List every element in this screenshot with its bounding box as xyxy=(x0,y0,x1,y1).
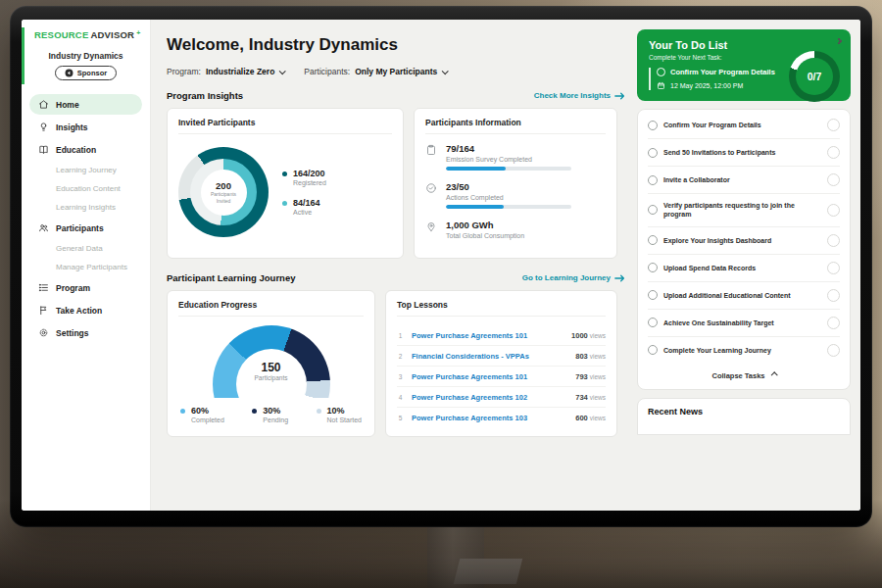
task-row[interactable]: Upload Additional Educational Content xyxy=(648,282,840,310)
info-value: 79/164 xyxy=(446,143,571,154)
task-open-button[interactable] xyxy=(827,173,840,186)
task-row[interactable]: Explore Your Insights Dashboard xyxy=(648,227,840,255)
participants-select[interactable]: Participants: Only My Participants xyxy=(304,67,447,76)
lesson-views: 793views xyxy=(575,372,606,381)
gauge-legend: 60% Completed 30% Pending xyxy=(178,406,364,423)
task-row[interactable]: Complete Your Learning Journey xyxy=(648,337,840,364)
todo-due-label: 12 May 2025, 12:00 PM xyxy=(670,82,743,89)
legend-value: 164/200 xyxy=(293,169,326,178)
donut-center-value: 200 xyxy=(216,180,231,191)
lesson-rank: 2 xyxy=(397,353,404,360)
sidebar-item-program[interactable]: Program xyxy=(29,277,142,298)
right-column: Your To Do List Complete Your Next Task:… xyxy=(637,29,851,435)
task-open-button[interactable] xyxy=(827,289,840,302)
task-checkbox[interactable] xyxy=(648,205,658,215)
legend-value: 30% xyxy=(263,406,288,416)
sidebar-accent-bar xyxy=(22,27,24,84)
task-row[interactable]: Upload Spend Data Records xyxy=(648,255,840,282)
sidebar-item-general-data[interactable]: General Data xyxy=(29,239,142,258)
lesson-link[interactable]: Financial Considerations - VPPAs xyxy=(412,352,567,361)
task-checkbox[interactable] xyxy=(648,121,658,130)
task-checkbox[interactable] xyxy=(648,235,658,245)
task-checkbox[interactable] xyxy=(657,68,665,76)
lesson-link[interactable]: Power Purchase Agreements 101 xyxy=(412,372,567,381)
lesson-link[interactable]: Power Purchase Agreements 101 xyxy=(412,331,564,340)
lesson-views: 600views xyxy=(575,414,606,422)
sidebar-item-take-action[interactable]: Take Action xyxy=(29,300,142,320)
sidebar-item-insights[interactable]: Insights xyxy=(29,117,142,137)
invited-participants-donut: 200 Participants Invited xyxy=(178,147,269,237)
chevron-up-icon xyxy=(770,371,777,378)
task-open-button[interactable] xyxy=(827,234,840,247)
legend-item: 30% Pending xyxy=(252,406,288,423)
sidebar-item-label: Insights xyxy=(56,122,88,132)
task-open-button[interactable] xyxy=(827,119,840,131)
sidebar-item-education[interactable]: Education xyxy=(29,139,142,160)
info-value: 1,000 GWh xyxy=(446,220,524,230)
sidebar-subitem-label: Education Content xyxy=(56,184,121,193)
task-checkbox[interactable] xyxy=(648,263,658,272)
task-checkbox[interactable] xyxy=(648,148,658,158)
task-checkbox[interactable] xyxy=(648,290,658,300)
task-checkbox[interactable] xyxy=(648,318,658,327)
check-more-insights-link[interactable]: Check More Insights xyxy=(534,91,625,100)
task-open-button[interactable] xyxy=(827,204,840,217)
learning-journey-cards: Education Progress 150 Participants xyxy=(167,290,617,437)
sidebar-item-learning-journey[interactable]: Learning Journey xyxy=(29,161,142,179)
monitor-bezel: RESOURCE ADVISOR + Industry Dynamics Spo… xyxy=(10,6,872,527)
task-checkbox[interactable] xyxy=(648,345,658,355)
lesson-rank: 3 xyxy=(397,373,404,380)
lesson-rank: 5 xyxy=(397,415,404,421)
task-label: Invite a Collaborator xyxy=(663,175,795,184)
sidebar-item-home[interactable]: Home xyxy=(29,94,142,115)
sidebar-item-manage-participants[interactable]: Manage Participants xyxy=(29,258,142,276)
lesson-views: 1000views xyxy=(571,331,606,340)
book-icon xyxy=(38,144,49,155)
legend-dot-registered xyxy=(282,172,287,176)
task-row[interactable]: Verify participants requesting to join t… xyxy=(648,194,840,227)
task-row[interactable]: Send 50 Invitations to Participants xyxy=(648,139,840,167)
task-open-button[interactable] xyxy=(827,262,840,274)
target-check-icon xyxy=(425,182,437,194)
sidebar-nav: Home Insights Education Learning Journey xyxy=(29,93,142,344)
gauge-center-label: Participants xyxy=(213,374,330,381)
sidebar-subitem-label: General Data xyxy=(56,244,103,253)
legend-item: 60% Completed xyxy=(180,406,224,423)
logo-resource: RESOURCE xyxy=(34,29,88,40)
participants-value: Only My Participants xyxy=(355,67,437,76)
task-row[interactable]: Invite a Collaborator xyxy=(648,167,840,194)
program-label: Program: xyxy=(167,67,201,76)
sidebar-item-learning-insights[interactable]: Learning Insights xyxy=(29,198,142,217)
lesson-row: 1 Power Purchase Agreements 101 1000view… xyxy=(397,325,606,346)
screen: RESOURCE ADVISOR + Industry Dynamics Spo… xyxy=(22,20,860,511)
flag-icon xyxy=(38,305,49,316)
background: RESOURCE ADVISOR + Industry Dynamics Spo… xyxy=(0,0,882,588)
sidebar: RESOURCE ADVISOR + Industry Dynamics Spo… xyxy=(22,20,151,511)
todo-title: Your To Do List xyxy=(649,39,839,51)
task-row[interactable]: Achieve One Sustainability Target xyxy=(648,310,840,337)
task-open-button[interactable] xyxy=(827,344,840,357)
sidebar-item-education-content[interactable]: Education Content xyxy=(29,179,142,198)
legend-label: Pending xyxy=(263,416,288,423)
calendar-icon xyxy=(657,81,665,90)
lightbulb-icon xyxy=(38,122,49,132)
sidebar-item-participants[interactable]: Participants xyxy=(29,218,142,238)
app-logo: RESOURCE ADVISOR + xyxy=(29,29,142,40)
task-open-button[interactable] xyxy=(827,146,840,159)
filters-bar: Program: Industrialize Zero Participants… xyxy=(167,67,627,76)
sidebar-subitem-label: Manage Participants xyxy=(56,263,127,271)
task-open-button[interactable] xyxy=(827,317,840,329)
legend-dot-pending xyxy=(252,409,257,414)
program-select[interactable]: Program: Industrialize Zero xyxy=(167,67,284,76)
arrow-right-icon xyxy=(614,92,625,100)
go-to-learning-journey-link[interactable]: Go to Learning Journey xyxy=(522,273,625,282)
task-checkbox[interactable] xyxy=(648,175,658,185)
sidebar-item-settings[interactable]: Settings xyxy=(29,322,142,343)
lesson-link[interactable]: Power Purchase Agreements 103 xyxy=(412,414,567,422)
collapse-tasks-button[interactable]: Collapse Tasks xyxy=(648,364,840,387)
lesson-link[interactable]: Power Purchase Agreements 102 xyxy=(412,393,567,402)
tasks-card: Confirm Your Program Details Send 50 Inv… xyxy=(637,109,851,390)
task-row[interactable]: Confirm Your Program Details xyxy=(648,112,840,139)
sidebar-subitem-label: Learning Insights xyxy=(56,203,116,212)
lesson-row: 5 Power Purchase Agreements 103 600views xyxy=(397,408,606,427)
